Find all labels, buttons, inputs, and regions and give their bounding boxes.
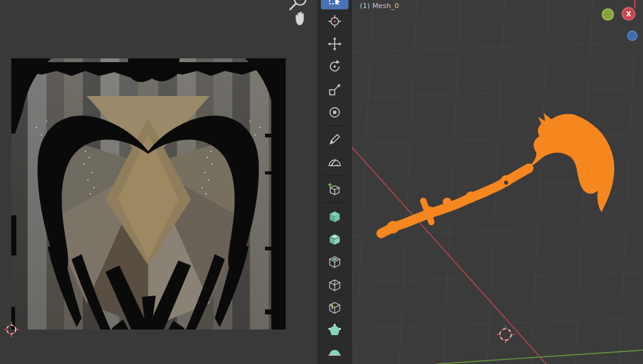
pencil-icon xyxy=(327,132,342,147)
y-axis-line xyxy=(436,350,643,364)
baked-texture-image xyxy=(11,58,286,329)
cube-solid-icon xyxy=(327,209,342,224)
uv-image-editor[interactable] xyxy=(0,0,318,364)
cube-solid-light-icon xyxy=(327,232,342,247)
tool-transform[interactable] xyxy=(321,101,349,123)
gizmo-z-ball[interactable] xyxy=(628,31,637,41)
tool-bevel[interactable] xyxy=(321,274,349,296)
cube-inset-icon xyxy=(327,254,342,269)
tool-annotate[interactable] xyxy=(321,129,349,151)
half-dome-icon xyxy=(327,345,342,360)
cube-plus-icon xyxy=(327,182,342,197)
polygon-icon xyxy=(327,323,342,338)
tool-rotate[interactable] xyxy=(321,56,349,78)
editor-nav-overlay xyxy=(284,0,318,33)
magnifier-icon[interactable] xyxy=(290,0,306,9)
scale-arrow-icon xyxy=(327,82,342,97)
box-select-icon xyxy=(327,0,342,6)
move-arrows-icon xyxy=(327,36,342,51)
tool-shelf xyxy=(318,0,352,364)
mesh-object[interactable] xyxy=(381,113,614,233)
toolbar-separator xyxy=(323,202,347,203)
navigation-gizmo: X xyxy=(602,0,637,41)
transform-gizmo-icon xyxy=(327,105,342,120)
gizmo-x-label: X xyxy=(626,11,631,18)
cursor-crosshair-icon xyxy=(327,14,342,29)
tool-extrude-manifold[interactable] xyxy=(321,228,349,250)
cube-loop-icon xyxy=(327,300,342,315)
viewport-3d[interactable]: X (1) Mesh_0 xyxy=(352,0,643,364)
protractor-icon xyxy=(327,154,342,169)
tool-measure[interactable] xyxy=(321,151,349,173)
rotate-arrow-icon xyxy=(327,59,342,74)
tool-select-box[interactable] xyxy=(321,0,349,9)
tool-add-cube[interactable] xyxy=(321,178,349,200)
tool-move[interactable] xyxy=(321,33,349,55)
blender-window: X (1) Mesh_0 xyxy=(0,0,643,364)
tool-poly-build[interactable] xyxy=(321,319,349,341)
cube-wire-icon xyxy=(327,277,342,292)
tool-inset-faces[interactable] xyxy=(321,251,349,273)
hand-icon[interactable] xyxy=(296,12,304,25)
viewport-object-label: (1) Mesh_0 xyxy=(360,2,399,10)
tool-spin[interactable] xyxy=(321,342,349,364)
uv-2d-cursor xyxy=(4,322,19,337)
cursor-3d xyxy=(497,326,514,343)
tool-cursor[interactable] xyxy=(321,10,349,32)
gizmo-y-ball[interactable] xyxy=(602,9,613,20)
tool-scale[interactable] xyxy=(321,78,349,100)
tool-loop-cut[interactable] xyxy=(321,296,349,318)
toolbar-separator xyxy=(323,126,347,126)
viewport-canvas: X xyxy=(352,0,643,364)
toolbar-separator xyxy=(323,175,347,176)
tool-extrude-region[interactable] xyxy=(321,205,349,227)
